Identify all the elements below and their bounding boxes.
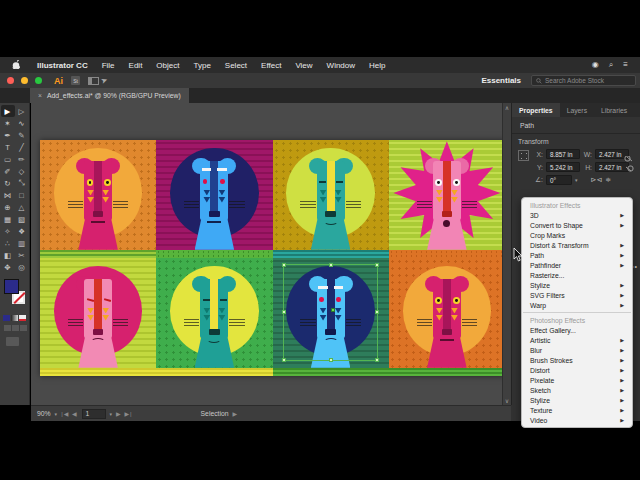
- mesh-tool[interactable]: ▦: [1, 213, 15, 225]
- selection-tool[interactable]: ▶: [1, 105, 15, 117]
- zoom-level[interactable]: 90%: [37, 410, 51, 417]
- lion-artwork-8[interactable]: [389, 258, 505, 376]
- scroll-up-icon[interactable]: ∧: [503, 104, 511, 111]
- menu-item-convert-to-shape[interactable]: Convert to Shape▶: [522, 220, 632, 230]
- menu-item-crop-marks[interactable]: Crop Marks: [522, 230, 632, 240]
- menu-item-warp[interactable]: Warp▶: [522, 300, 632, 310]
- menu-item-3d[interactable]: 3D▶: [522, 210, 632, 220]
- graph-tool[interactable]: ▥: [15, 237, 29, 249]
- magic-wand-tool[interactable]: ✶: [1, 117, 15, 129]
- document-tab[interactable]: × Add_effects.ai* @ 90% (RGB/GPU Preview…: [30, 88, 189, 103]
- selection-handle[interactable]: [329, 358, 333, 362]
- drawing-mode-buttons[interactable]: [4, 325, 27, 331]
- draw-behind-button[interactable]: [12, 325, 19, 331]
- menu-item-path[interactable]: Path▶: [522, 250, 632, 260]
- menu-item-distort-transform[interactable]: Distort & Transform▶: [522, 240, 632, 250]
- menu-item-texture[interactable]: Texture▶: [522, 405, 632, 415]
- artboard-chevron-icon[interactable]: ▾: [110, 411, 113, 417]
- menu-item-pathfinder[interactable]: Pathfinder▶: [522, 260, 632, 270]
- free-transform-tool[interactable]: □: [15, 189, 29, 201]
- chevron-down-icon[interactable]: ▾: [575, 177, 578, 183]
- menu-item-effect-gallery[interactable]: Effect Gallery...: [522, 325, 632, 335]
- rotate-tool[interactable]: ↻: [1, 177, 15, 189]
- close-window-button[interactable]: [7, 77, 14, 84]
- eraser-tool[interactable]: ◇: [15, 165, 29, 177]
- angle-field[interactable]: 0°: [546, 175, 572, 185]
- selection-handle[interactable]: [282, 310, 286, 314]
- lion-artwork-5[interactable]: [40, 258, 156, 376]
- apple-menu-icon[interactable]: [12, 60, 20, 71]
- menu-item-edit[interactable]: Edit: [122, 61, 150, 70]
- menu-item-stylize[interactable]: Stylize▶: [522, 280, 632, 290]
- fill-swatch[interactable]: [4, 279, 19, 294]
- selection-center-anchor[interactable]: [331, 308, 335, 312]
- slice-tool[interactable]: ✂: [15, 249, 29, 261]
- menu-item-help[interactable]: Help: [362, 61, 392, 70]
- arrange-documents-icon[interactable]: [88, 77, 99, 85]
- lion-artwork-2[interactable]: [156, 140, 272, 258]
- menu-item-brush-strokes[interactable]: Brush Strokes▶: [522, 355, 632, 365]
- eyedropper-tool[interactable]: ✧: [1, 225, 15, 237]
- status-arrow-icon[interactable]: ▶: [233, 410, 239, 417]
- lion-artwork-3[interactable]: [273, 140, 389, 258]
- menu-item-select[interactable]: Select: [218, 61, 254, 70]
- lion-artwork-1[interactable]: [40, 140, 156, 258]
- width-tool[interactable]: ⋈: [1, 189, 15, 201]
- gradient-button[interactable]: [11, 315, 18, 321]
- menu-item-stylize[interactable]: Stylize▶: [522, 395, 632, 405]
- last-artboard-icon[interactable]: ▶ ▶|: [116, 410, 132, 417]
- menu-item-effect[interactable]: Effect: [254, 61, 288, 70]
- eye-icon[interactable]: ◉: [592, 60, 599, 70]
- screen-mode-button[interactable]: [6, 337, 19, 346]
- notification-center-icon[interactable]: ≡: [623, 60, 628, 70]
- close-tab-icon[interactable]: ×: [38, 92, 42, 99]
- menu-item-artistic[interactable]: Artistic▶: [522, 335, 632, 345]
- selection-handle[interactable]: [282, 263, 286, 267]
- lion-artwork-7[interactable]: [273, 258, 389, 376]
- zoom-window-button[interactable]: [35, 77, 42, 84]
- artboard-number-field[interactable]: 1: [82, 409, 106, 419]
- scale-tool[interactable]: ⤡: [15, 177, 29, 189]
- menu-item-view[interactable]: View: [288, 61, 319, 70]
- artboard-tool[interactable]: ◧: [1, 249, 15, 261]
- color-mode-buttons[interactable]: [3, 315, 26, 321]
- pen-tool[interactable]: ✒: [1, 129, 15, 141]
- menu-item-sketch[interactable]: Sketch▶: [522, 385, 632, 395]
- line-segment-tool[interactable]: ╱: [15, 141, 29, 153]
- hand-tool[interactable]: ✥: [1, 261, 15, 273]
- none-button[interactable]: [19, 315, 26, 321]
- menu-item-type[interactable]: Type: [186, 61, 217, 70]
- menu-item-svg-filters[interactable]: SVG Filters▶: [522, 290, 632, 300]
- x-value-field[interactable]: 8.857 in: [546, 149, 580, 159]
- curvature-tool[interactable]: ✎: [15, 129, 29, 141]
- draw-normal-button[interactable]: [4, 325, 11, 331]
- type-tool[interactable]: T: [1, 141, 15, 153]
- symbol-sprayer-tool[interactable]: ∴: [1, 237, 15, 249]
- tab-properties[interactable]: Properties: [512, 103, 560, 117]
- zoom-chevron-icon[interactable]: ▾: [55, 411, 58, 417]
- draw-inside-button[interactable]: [20, 325, 27, 331]
- perspective-grid-tool[interactable]: △: [15, 201, 29, 213]
- spotlight-search-icon[interactable]: ⌕: [609, 60, 613, 70]
- selection-handle[interactable]: [375, 263, 379, 267]
- share-icon[interactable]: ➤: [100, 75, 109, 86]
- minimize-window-button[interactable]: [21, 77, 28, 84]
- menu-item-distort[interactable]: Distort▶: [522, 365, 632, 375]
- adobe-stock-icon[interactable]: St: [71, 76, 80, 85]
- color-button[interactable]: [3, 315, 10, 321]
- menu-item-file[interactable]: File: [95, 61, 122, 70]
- menu-item-blur[interactable]: Blur▶: [522, 345, 632, 355]
- menu-item-video[interactable]: Video▶: [522, 415, 632, 425]
- selection-handle[interactable]: [375, 310, 379, 314]
- rectangle-tool[interactable]: ▭: [1, 153, 15, 165]
- selection-handle[interactable]: [329, 263, 333, 267]
- selection-handle[interactable]: [282, 358, 286, 362]
- menu-item-pixelate[interactable]: Pixelate▶: [522, 375, 632, 385]
- paintbrush-tool[interactable]: ✏: [15, 153, 29, 165]
- selection-bounding-box[interactable]: [283, 264, 378, 361]
- lion-artwork-4[interactable]: [389, 140, 505, 258]
- stock-search-input[interactable]: Search Adobe Stock: [531, 75, 636, 86]
- fill-stroke-swatches[interactable]: [4, 279, 26, 313]
- flip-horizontal-icon[interactable]: ⊳⊲: [591, 176, 603, 184]
- menu-item-object[interactable]: Object: [149, 61, 186, 70]
